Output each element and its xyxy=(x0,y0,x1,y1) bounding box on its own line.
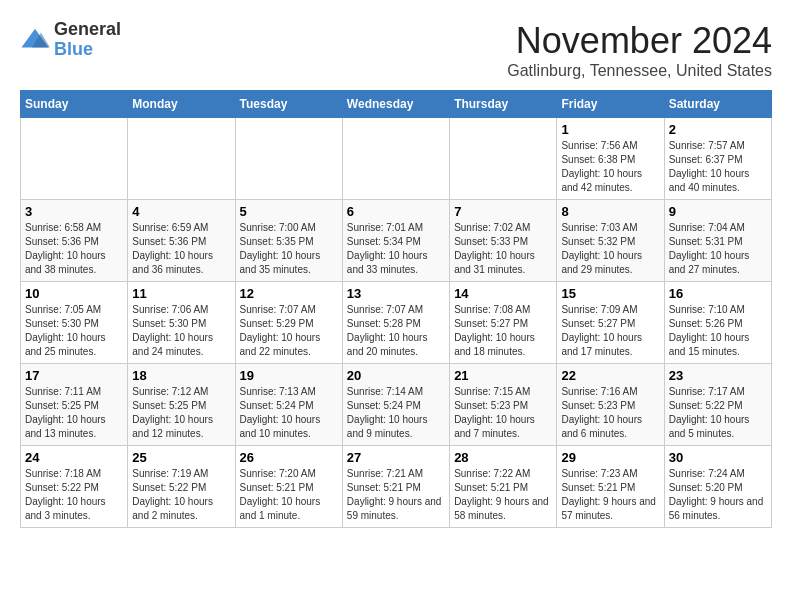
calendar-body: 1Sunrise: 7:56 AM Sunset: 6:38 PM Daylig… xyxy=(21,118,772,528)
day-number: 24 xyxy=(25,450,123,465)
cell-info: Sunrise: 7:23 AM Sunset: 5:21 PM Dayligh… xyxy=(561,467,659,523)
day-number: 17 xyxy=(25,368,123,383)
cell-info: Sunrise: 7:56 AM Sunset: 6:38 PM Dayligh… xyxy=(561,139,659,195)
calendar-cell: 29Sunrise: 7:23 AM Sunset: 5:21 PM Dayli… xyxy=(557,446,664,528)
calendar-cell xyxy=(21,118,128,200)
cell-info: Sunrise: 7:06 AM Sunset: 5:30 PM Dayligh… xyxy=(132,303,230,359)
weekday-header: Friday xyxy=(557,91,664,118)
calendar-cell: 24Sunrise: 7:18 AM Sunset: 5:22 PM Dayli… xyxy=(21,446,128,528)
day-number: 22 xyxy=(561,368,659,383)
day-number: 15 xyxy=(561,286,659,301)
cell-info: Sunrise: 6:58 AM Sunset: 5:36 PM Dayligh… xyxy=(25,221,123,277)
cell-info: Sunrise: 6:59 AM Sunset: 5:36 PM Dayligh… xyxy=(132,221,230,277)
cell-info: Sunrise: 7:16 AM Sunset: 5:23 PM Dayligh… xyxy=(561,385,659,441)
calendar-cell: 11Sunrise: 7:06 AM Sunset: 5:30 PM Dayli… xyxy=(128,282,235,364)
weekday-header: Thursday xyxy=(450,91,557,118)
calendar-cell: 14Sunrise: 7:08 AM Sunset: 5:27 PM Dayli… xyxy=(450,282,557,364)
cell-info: Sunrise: 7:24 AM Sunset: 5:20 PM Dayligh… xyxy=(669,467,767,523)
cell-info: Sunrise: 7:01 AM Sunset: 5:34 PM Dayligh… xyxy=(347,221,445,277)
cell-info: Sunrise: 7:00 AM Sunset: 5:35 PM Dayligh… xyxy=(240,221,338,277)
month-title: November 2024 xyxy=(507,20,772,62)
cell-info: Sunrise: 7:18 AM Sunset: 5:22 PM Dayligh… xyxy=(25,467,123,523)
day-number: 26 xyxy=(240,450,338,465)
calendar-cell: 12Sunrise: 7:07 AM Sunset: 5:29 PM Dayli… xyxy=(235,282,342,364)
day-number: 9 xyxy=(669,204,767,219)
week-row: 1Sunrise: 7:56 AM Sunset: 6:38 PM Daylig… xyxy=(21,118,772,200)
calendar-cell: 18Sunrise: 7:12 AM Sunset: 5:25 PM Dayli… xyxy=(128,364,235,446)
logo-general: General xyxy=(54,20,121,40)
calendar-cell: 17Sunrise: 7:11 AM Sunset: 5:25 PM Dayli… xyxy=(21,364,128,446)
day-number: 25 xyxy=(132,450,230,465)
day-number: 21 xyxy=(454,368,552,383)
cell-info: Sunrise: 7:09 AM Sunset: 5:27 PM Dayligh… xyxy=(561,303,659,359)
calendar-cell: 30Sunrise: 7:24 AM Sunset: 5:20 PM Dayli… xyxy=(664,446,771,528)
calendar-cell: 7Sunrise: 7:02 AM Sunset: 5:33 PM Daylig… xyxy=(450,200,557,282)
week-row: 3Sunrise: 6:58 AM Sunset: 5:36 PM Daylig… xyxy=(21,200,772,282)
cell-info: Sunrise: 7:07 AM Sunset: 5:28 PM Dayligh… xyxy=(347,303,445,359)
calendar-cell: 1Sunrise: 7:56 AM Sunset: 6:38 PM Daylig… xyxy=(557,118,664,200)
logo-text: General Blue xyxy=(54,20,121,60)
day-number: 11 xyxy=(132,286,230,301)
week-row: 24Sunrise: 7:18 AM Sunset: 5:22 PM Dayli… xyxy=(21,446,772,528)
logo-icon xyxy=(20,25,50,55)
day-number: 19 xyxy=(240,368,338,383)
weekday-header: Wednesday xyxy=(342,91,449,118)
cell-info: Sunrise: 7:57 AM Sunset: 6:37 PM Dayligh… xyxy=(669,139,767,195)
calendar-cell: 3Sunrise: 6:58 AM Sunset: 5:36 PM Daylig… xyxy=(21,200,128,282)
day-number: 30 xyxy=(669,450,767,465)
calendar-header: SundayMondayTuesdayWednesdayThursdayFrid… xyxy=(21,91,772,118)
cell-info: Sunrise: 7:14 AM Sunset: 5:24 PM Dayligh… xyxy=(347,385,445,441)
day-number: 16 xyxy=(669,286,767,301)
day-number: 13 xyxy=(347,286,445,301)
day-number: 10 xyxy=(25,286,123,301)
logo-blue: Blue xyxy=(54,40,121,60)
calendar-cell: 21Sunrise: 7:15 AM Sunset: 5:23 PM Dayli… xyxy=(450,364,557,446)
calendar-cell: 20Sunrise: 7:14 AM Sunset: 5:24 PM Dayli… xyxy=(342,364,449,446)
cell-info: Sunrise: 7:05 AM Sunset: 5:30 PM Dayligh… xyxy=(25,303,123,359)
cell-info: Sunrise: 7:02 AM Sunset: 5:33 PM Dayligh… xyxy=(454,221,552,277)
calendar-cell xyxy=(342,118,449,200)
day-number: 23 xyxy=(669,368,767,383)
cell-info: Sunrise: 7:11 AM Sunset: 5:25 PM Dayligh… xyxy=(25,385,123,441)
day-number: 18 xyxy=(132,368,230,383)
day-number: 14 xyxy=(454,286,552,301)
cell-info: Sunrise: 7:20 AM Sunset: 5:21 PM Dayligh… xyxy=(240,467,338,523)
weekday-row: SundayMondayTuesdayWednesdayThursdayFrid… xyxy=(21,91,772,118)
calendar-cell: 10Sunrise: 7:05 AM Sunset: 5:30 PM Dayli… xyxy=(21,282,128,364)
calendar-cell: 8Sunrise: 7:03 AM Sunset: 5:32 PM Daylig… xyxy=(557,200,664,282)
calendar-cell: 2Sunrise: 7:57 AM Sunset: 6:37 PM Daylig… xyxy=(664,118,771,200)
week-row: 10Sunrise: 7:05 AM Sunset: 5:30 PM Dayli… xyxy=(21,282,772,364)
day-number: 6 xyxy=(347,204,445,219)
cell-info: Sunrise: 7:10 AM Sunset: 5:26 PM Dayligh… xyxy=(669,303,767,359)
day-number: 7 xyxy=(454,204,552,219)
cell-info: Sunrise: 7:19 AM Sunset: 5:22 PM Dayligh… xyxy=(132,467,230,523)
cell-info: Sunrise: 7:22 AM Sunset: 5:21 PM Dayligh… xyxy=(454,467,552,523)
day-number: 5 xyxy=(240,204,338,219)
cell-info: Sunrise: 7:15 AM Sunset: 5:23 PM Dayligh… xyxy=(454,385,552,441)
header: General Blue November 2024 Gatlinburg, T… xyxy=(20,20,772,80)
calendar-cell: 5Sunrise: 7:00 AM Sunset: 5:35 PM Daylig… xyxy=(235,200,342,282)
weekday-header: Sunday xyxy=(21,91,128,118)
cell-info: Sunrise: 7:12 AM Sunset: 5:25 PM Dayligh… xyxy=(132,385,230,441)
cell-info: Sunrise: 7:13 AM Sunset: 5:24 PM Dayligh… xyxy=(240,385,338,441)
logo: General Blue xyxy=(20,20,121,60)
title-area: November 2024 Gatlinburg, Tennessee, Uni… xyxy=(507,20,772,80)
calendar-cell: 26Sunrise: 7:20 AM Sunset: 5:21 PM Dayli… xyxy=(235,446,342,528)
cell-info: Sunrise: 7:07 AM Sunset: 5:29 PM Dayligh… xyxy=(240,303,338,359)
cell-info: Sunrise: 7:04 AM Sunset: 5:31 PM Dayligh… xyxy=(669,221,767,277)
calendar-cell: 23Sunrise: 7:17 AM Sunset: 5:22 PM Dayli… xyxy=(664,364,771,446)
calendar-cell: 27Sunrise: 7:21 AM Sunset: 5:21 PM Dayli… xyxy=(342,446,449,528)
day-number: 3 xyxy=(25,204,123,219)
day-number: 28 xyxy=(454,450,552,465)
calendar-cell: 6Sunrise: 7:01 AM Sunset: 5:34 PM Daylig… xyxy=(342,200,449,282)
weekday-header: Saturday xyxy=(664,91,771,118)
calendar-cell: 4Sunrise: 6:59 AM Sunset: 5:36 PM Daylig… xyxy=(128,200,235,282)
weekday-header: Tuesday xyxy=(235,91,342,118)
calendar-cell: 15Sunrise: 7:09 AM Sunset: 5:27 PM Dayli… xyxy=(557,282,664,364)
calendar-cell: 9Sunrise: 7:04 AM Sunset: 5:31 PM Daylig… xyxy=(664,200,771,282)
calendar-cell: 25Sunrise: 7:19 AM Sunset: 5:22 PM Dayli… xyxy=(128,446,235,528)
day-number: 1 xyxy=(561,122,659,137)
calendar-cell: 28Sunrise: 7:22 AM Sunset: 5:21 PM Dayli… xyxy=(450,446,557,528)
cell-info: Sunrise: 7:03 AM Sunset: 5:32 PM Dayligh… xyxy=(561,221,659,277)
calendar-cell: 16Sunrise: 7:10 AM Sunset: 5:26 PM Dayli… xyxy=(664,282,771,364)
